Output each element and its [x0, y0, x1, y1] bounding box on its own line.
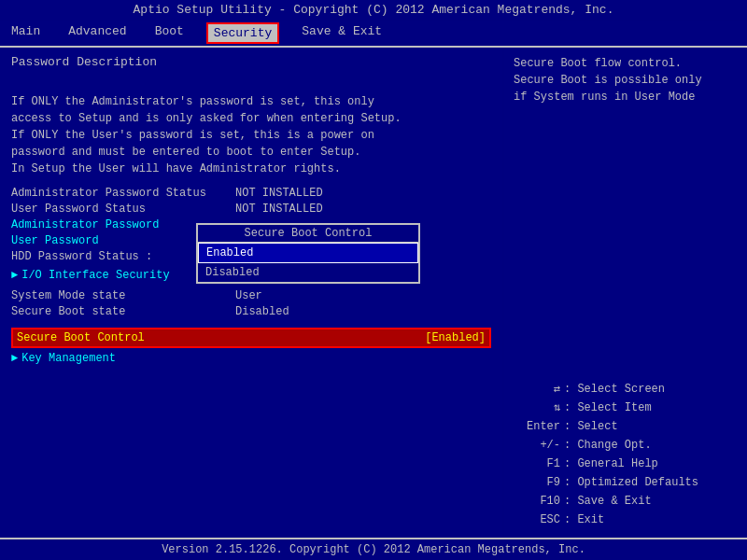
popup-title: Secure Boot Control: [198, 225, 418, 243]
menu-advanced[interactable]: Advanced: [63, 22, 132, 44]
key-management-label: Key Management: [21, 352, 116, 365]
desc-line-5: In Setup the User will have Administrato…: [11, 161, 491, 177]
key-change-opt-desc: : Change Opt.: [564, 437, 652, 454]
key-f9-desc: : Optimized Defaults: [564, 474, 698, 491]
secure-boot-popup: Secure Boot Control Enabled Disabled: [196, 223, 420, 284]
desc-line-3: If ONLY the User's password is set, this…: [11, 127, 491, 144]
user-password-status-label: User Password Status: [11, 203, 235, 216]
system-mode-row: System Mode state User: [11, 289, 491, 302]
secure-boot-control-row[interactable]: Secure Boot Control [Enabled]: [11, 328, 491, 348]
title-text: Aptio Setup Utility - Copyright (C) 2012…: [134, 3, 614, 17]
admin-password-status-value: NOT INSTALLED: [235, 187, 323, 200]
menu-security[interactable]: Security: [206, 22, 279, 44]
key-f10-label: F10: [514, 493, 560, 510]
hdd-label: HDD Password Status :: [11, 250, 198, 263]
main-area: Password Description If ONLY the Adminis…: [0, 48, 747, 538]
desc-line-0: [11, 77, 491, 93]
menu-bar: Main Advanced Boot Security Save & Exit: [0, 21, 747, 48]
version-text: Version 2.15.1226. Copyright (C) 2012 Am…: [162, 543, 585, 556]
key-f1-label: F1: [514, 455, 560, 472]
secure-boot-state-label: Secure Boot state: [11, 305, 235, 318]
io-interface-label: I/O Interface Security: [21, 269, 169, 282]
key-enter-desc: : Select: [564, 418, 618, 435]
key-f9: F9 : Optimized Defaults: [514, 474, 738, 491]
key-select-screen: ⇄ : Select Screen: [514, 381, 738, 398]
key-f9-label: F9: [514, 474, 560, 491]
menu-boot[interactable]: Boot: [149, 22, 190, 44]
desc-line-4: password and must be entered to boot to …: [11, 144, 491, 161]
key-esc-desc: : Exit: [564, 511, 604, 528]
key-select-item: ⇅ : Select Item: [514, 399, 738, 416]
secure-boot-control-label: Secure Boot Control: [17, 331, 425, 344]
app: Aptio Setup Utility - Copyright (C) 2012…: [0, 0, 747, 560]
key-arrows-lr: ⇄: [514, 381, 560, 398]
user-password-status-value: NOT INSTALLED: [235, 203, 323, 216]
admin-password-status-row: Administrator Password Status NOT INSTAL…: [11, 187, 491, 200]
secure-boot-state-row: Secure Boot state Disabled: [11, 305, 491, 318]
system-mode-label: System Mode state: [11, 289, 235, 302]
desc-line-1: If ONLY the Administrator's password is …: [11, 93, 491, 110]
help-line-2: if System runs in User Mode: [514, 89, 738, 105]
key-change-opt: +/- : Change Opt.: [514, 437, 738, 454]
key-enter: Enter : Select: [514, 418, 738, 435]
key-help: ⇄ : Select Screen ⇅ : Select Item Enter …: [514, 381, 738, 530]
menu-main[interactable]: Main: [6, 22, 46, 44]
key-select-item-desc: : Select Item: [564, 399, 652, 416]
highlighted-row-container: Secure Boot Control [Enabled] ► Key Mana…: [11, 328, 491, 365]
popup-option-enabled[interactable]: Enabled: [198, 243, 418, 263]
key-select-screen-desc: : Select Screen: [564, 381, 665, 398]
menu-save-exit[interactable]: Save & Exit: [296, 22, 388, 44]
secure-boot-state-value: Disabled: [235, 305, 289, 318]
arrow-icon: ►: [11, 269, 18, 282]
right-panel: Secure Boot flow control. Secure Boot is…: [504, 48, 747, 538]
key-f10: F10 : Save & Exit: [514, 493, 738, 510]
description-text: If ONLY the Administrator's password is …: [11, 77, 491, 177]
key-f1-desc: : General Help: [564, 455, 658, 472]
desc-line-2: access to Setup and is only asked for wh…: [11, 110, 491, 127]
key-f10-desc: : Save & Exit: [564, 493, 652, 510]
title-bar: Aptio Setup Utility - Copyright (C) 2012…: [0, 0, 747, 21]
help-line-1: Secure Boot is possible only: [514, 72, 738, 89]
section-title: Password Description: [11, 55, 491, 69]
system-mode-value: User: [235, 289, 262, 302]
key-arrows-ud: ⇅: [514, 399, 560, 416]
help-line-0: Secure Boot flow control.: [514, 55, 738, 72]
key-esc: ESC : Exit: [514, 511, 738, 528]
user-password-status-row: User Password Status NOT INSTALLED: [11, 203, 491, 216]
admin-password-status-label: Administrator Password Status: [11, 187, 235, 200]
popup-option-disabled[interactable]: Disabled: [198, 263, 418, 282]
key-management[interactable]: ► Key Management: [11, 352, 491, 365]
secure-boot-control-value: [Enabled]: [425, 331, 486, 344]
system-rows: System Mode state User Secure Boot state…: [11, 289, 491, 318]
key-esc-label: ESC: [514, 511, 560, 528]
key-mgmt-arrow-icon: ►: [11, 352, 18, 365]
key-enter-label: Enter: [514, 418, 560, 435]
key-plusminus-label: +/-: [514, 437, 560, 454]
key-f1: F1 : General Help: [514, 455, 738, 472]
left-panel: Password Description If ONLY the Adminis…: [0, 48, 504, 538]
help-text: Secure Boot flow control. Secure Boot is…: [514, 55, 738, 105]
bottom-bar: Version 2.15.1226. Copyright (C) 2012 Am…: [0, 538, 747, 560]
